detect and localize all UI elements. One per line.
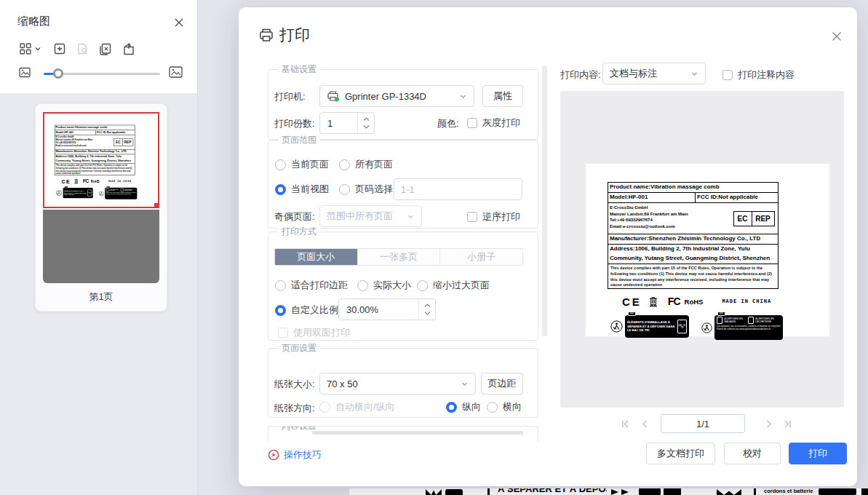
stepper-arrows[interactable]: [418, 299, 435, 320]
current-view-radio[interactable]: [275, 184, 286, 195]
recycling-badges-row: FR Éléments d'emballage à séparer et à d…: [608, 315, 779, 340]
portrait-radio[interactable]: [446, 402, 457, 413]
view-mode-icon[interactable]: [19, 42, 41, 55]
thumbnail-caption: 第1页: [36, 290, 167, 304]
background-battery-pictogram: [819, 488, 856, 495]
tips-link-row[interactable]: 操作技巧: [268, 448, 322, 462]
rotate-page-icon: [76, 42, 89, 55]
reverse-order-checkbox[interactable]: [467, 212, 477, 222]
paper-size-select[interactable]: 70 x 50: [319, 373, 476, 395]
current-page-radio-row[interactable]: 当前页面: [275, 158, 329, 171]
background-text-clip: À SÉPARER ET À DÉPOSER: [498, 488, 607, 495]
badge1-text: Éléments d'emballage à séparer et à dépo…: [64, 190, 87, 196]
panel-close-icon[interactable]: [172, 15, 186, 30]
settings-scrollbar[interactable]: [542, 66, 547, 336]
badge2-note: Points de collecte sur www.quefairedemes…: [106, 194, 136, 195]
previous-page-icon[interactable]: [640, 419, 650, 429]
chevron-down-icon: [461, 380, 469, 388]
reverse-order-checkbox-row[interactable]: 逆序打印: [467, 210, 520, 223]
tips-link[interactable]: 操作技巧: [284, 448, 322, 462]
all-pages-radio[interactable]: [339, 159, 350, 170]
content-settings-group: 内容设置: [268, 426, 538, 442]
copies-value[interactable]: 1: [320, 113, 357, 133]
scale-stepper[interactable]: 30.00%: [338, 298, 436, 320]
page-select-radio[interactable]: [339, 184, 350, 195]
landscape-radio[interactable]: [487, 402, 498, 413]
scale-value[interactable]: 30.00%: [339, 299, 418, 320]
triman-packaging-badge: FR Éléments d'emballage à séparer et à d…: [610, 315, 689, 338]
grayscale-checkbox[interactable]: [467, 118, 477, 128]
odd-even-select[interactable]: 范围中所有页面: [319, 205, 422, 227]
page-number-input[interactable]: 1/1: [661, 414, 745, 433]
actual-size-radio-row[interactable]: 实际大小: [357, 279, 411, 292]
thumbnail-size-slider-handle[interactable]: [53, 68, 63, 79]
first-page-icon[interactable]: [620, 419, 630, 429]
page-select-radio-row[interactable]: 页码选择:: [339, 183, 396, 196]
label-fcc-id: FCC ID:Not applicable: [96, 130, 135, 135]
print-button[interactable]: 打印: [789, 443, 847, 464]
group-legend: 打印方式: [278, 226, 320, 238]
tab-multiple-per-sheet[interactable]: 一张多页: [357, 249, 440, 265]
background-badge: [639, 488, 661, 495]
orientation-label: 纸张方向:: [274, 402, 315, 415]
printer-select[interactable]: Gprinter GP-1334D: [319, 85, 474, 107]
custom-scale-radio[interactable]: [275, 305, 286, 316]
compliance-marks-row: CE FC RoHS MADE IN CHINA: [55, 178, 135, 184]
shrink-oversize-radio-row[interactable]: 缩小过大页面: [417, 279, 490, 292]
print-annotations-checkbox[interactable]: [722, 70, 733, 80]
actual-size-radio[interactable]: [357, 280, 368, 291]
printer-properties-button[interactable]: 属性: [482, 85, 523, 107]
badge2-head-a: À DÉPOSER EN MAGASIN: [724, 317, 746, 324]
printer-select-value: Gprinter GP-1334D: [345, 91, 426, 102]
copies-stepper[interactable]: 1: [319, 112, 375, 134]
copy-page-icon[interactable]: [98, 42, 112, 55]
tab-booklet[interactable]: 小册子: [439, 249, 522, 265]
multi-document-print-button[interactable]: 多文档打印: [646, 443, 715, 464]
grayscale-checkbox-row[interactable]: 灰度打印: [467, 116, 520, 130]
custom-scale-radio-row[interactable]: 自定义比例: [275, 304, 338, 317]
current-page-radio[interactable]: [275, 159, 286, 170]
basic-settings-group: 基础设置 打印机: Gprinter GP-1334D 属性 打印份数: 1 颜…: [268, 69, 538, 140]
shrink-oversize-radio[interactable]: [417, 280, 428, 291]
fit-margin-radio-row[interactable]: 适合打印边距: [275, 279, 348, 292]
group-legend: 页面设置: [278, 342, 320, 355]
background-divider: [487, 488, 490, 495]
add-page-icon[interactable]: [53, 42, 66, 55]
made-in-text: MADE IN CHINA: [108, 180, 132, 183]
page-range-input[interactable]: 1-1: [394, 178, 522, 200]
landscape-radio-row[interactable]: 横向: [487, 400, 522, 413]
badge2-head-b: À DÉPOSER EN DÉCHÈTERIE: [124, 189, 136, 191]
dialog-title: 打印: [279, 25, 310, 45]
next-page-icon[interactable]: [764, 419, 773, 429]
label-product: Product name:Vibration massage comb: [608, 183, 720, 192]
label-rep-block: E-CrossStu GmbH Mainzer Landstr.69 Frank…: [608, 203, 730, 234]
background-small-text: cordons et batterie: [764, 488, 813, 494]
chevron-down-icon: [407, 213, 415, 221]
stepper-arrows[interactable]: [357, 113, 374, 133]
current-view-radio-row[interactable]: 当前视图: [275, 183, 329, 196]
zoom-in-image-icon[interactable]: [169, 66, 183, 79]
proofread-button[interactable]: 校对: [724, 443, 781, 464]
page-margins-button[interactable]: 页边距: [481, 373, 523, 395]
triman-device-badge: FR À DÉPOSER EN MAGASIN À DÉPOSER EN DÉC…: [99, 188, 138, 199]
print-content-select[interactable]: 文档与标注: [602, 63, 706, 84]
last-page-icon[interactable]: [783, 419, 793, 429]
weee-bin-icon: [74, 178, 79, 184]
triman-icon: [610, 320, 623, 333]
print-annotations-checkbox-row[interactable]: 打印注释内容: [722, 68, 795, 82]
thumbnail-page-view[interactable]: Product name:Vibration massage comb Mode…: [43, 112, 159, 208]
all-pages-radio-row[interactable]: 所有页面: [339, 158, 393, 171]
extract-page-icon[interactable]: [122, 42, 136, 56]
zoom-out-image-icon[interactable]: [19, 67, 31, 78]
thumbnail-card-page-1[interactable]: Product name:Vibration massage comb Mode…: [35, 103, 167, 312]
page-setup-group: 页面设置 纸张大小: 70 x 50 页边距 纸张方向: 自动横向/纵向 纵向 …: [268, 348, 538, 418]
duplex-checkbox: [278, 328, 288, 338]
thumbnail-zoom-row: [19, 66, 185, 82]
selection-handle[interactable]: [154, 203, 159, 208]
tab-page-size[interactable]: 页面大小: [275, 249, 357, 265]
fit-margin-radio[interactable]: [275, 280, 286, 291]
portrait-radio-row[interactable]: 纵向: [446, 400, 481, 413]
label-document: Product name:Vibration massage comb Mode…: [55, 125, 135, 199]
play-icon: [268, 449, 279, 461]
dialog-close-icon[interactable]: [829, 29, 844, 44]
